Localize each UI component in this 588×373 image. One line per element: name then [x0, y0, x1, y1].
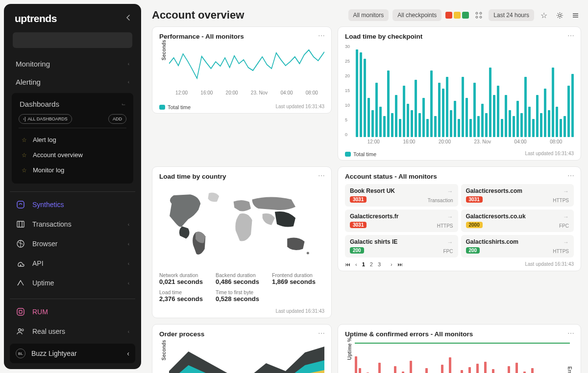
chevron-left-icon: ‹ [128, 222, 129, 227]
page-first-button[interactable]: ⏮ [345, 261, 350, 267]
nav-label: Real users [32, 327, 65, 335]
nav-uptime[interactable]: Uptime ‹ [10, 273, 135, 293]
card-title: Account status - All monitors [345, 173, 574, 180]
stat-value: 0,528 seconds [216, 295, 268, 303]
bar [395, 95, 397, 137]
nav-browser[interactable]: Browser ‹ [10, 234, 135, 254]
status-badge: 200 [350, 247, 364, 254]
bar [438, 83, 441, 137]
bar [477, 116, 480, 137]
bar [410, 361, 412, 373]
bar [371, 110, 374, 138]
card-menu-button[interactable]: ⋯ [318, 172, 325, 180]
transactions-icon [16, 219, 25, 229]
page-prev-button[interactable]: ‹ [355, 261, 357, 267]
svg-point-11 [559, 14, 561, 17]
sidebar-collapse-button[interactable] [124, 14, 132, 23]
bar [403, 86, 405, 137]
add-dashboard-button[interactable]: ADD [108, 114, 126, 124]
sidebar-item-label: Alert log [33, 136, 56, 143]
x-tick: 08:00 [306, 90, 318, 95]
bar [567, 86, 570, 137]
filter-checkpoints[interactable]: All checkpoints [392, 9, 441, 21]
nav-real-users[interactable]: Real users ‹ [10, 322, 135, 341]
status-tile[interactable]: Galacticresorts.co.uk→2000FPC [461, 210, 574, 232]
menu-alerting[interactable]: Alerting ‹ [10, 73, 135, 91]
stat: Load time2,376 seconds [159, 289, 212, 303]
page-number[interactable]: 1 [362, 261, 365, 267]
arrow-right-icon: → [563, 188, 569, 195]
stat: Time to first byte0,528 seconds [216, 289, 268, 303]
x-tick: 23. Nov [474, 139, 491, 144]
card-menu-button[interactable]: ⋯ [567, 329, 575, 337]
nav-label: Uptime [32, 279, 54, 287]
chevron-left-icon: ‹ [127, 350, 129, 357]
svg-point-7 [476, 12, 478, 14]
logo: uptrends [15, 13, 57, 24]
svg-point-12 [307, 252, 309, 254]
legend-label: Total time [353, 151, 376, 157]
card-menu-button[interactable]: ⋯ [567, 172, 575, 180]
status-tile[interactable]: Book Resort UK→3031Transaction [345, 184, 458, 207]
sidebar-item-account-overview[interactable]: ☆ Account overview [16, 147, 129, 163]
status-badge: 3031 [350, 222, 367, 228]
bar [360, 52, 362, 137]
sidebar-item-alert-log[interactable]: ☆ Alert log [16, 132, 129, 147]
bar [489, 68, 491, 137]
status-red-icon [445, 12, 452, 19]
bar [454, 101, 456, 137]
nav-api[interactable]: API ‹ [10, 254, 135, 273]
topbar: Account overview All monitors All checkp… [152, 9, 581, 22]
status-type: FPC [443, 249, 453, 254]
filter-monitors[interactable]: All monitors [348, 9, 389, 21]
legend-label: Total time [168, 104, 191, 110]
bar [560, 119, 562, 137]
bar [552, 68, 554, 137]
menu-button[interactable] [569, 9, 581, 21]
status-tile[interactable]: Galacticresorts.com→3031HTTPS [461, 184, 574, 207]
card-menu-button[interactable]: ⋯ [318, 329, 325, 337]
star-icon: ☆ [22, 167, 27, 174]
arrow-right-icon: → [447, 239, 453, 246]
nav-synthetics[interactable]: Synthetics [10, 195, 135, 214]
filter-timerange[interactable]: Last 24 hours [489, 9, 534, 21]
status-tile[interactable]: Galacticshirts.com→200HTTPS [461, 235, 574, 257]
page-number[interactable]: 2 [370, 261, 373, 267]
user-menu[interactable]: BL Buzz Lightyear ‹ [10, 344, 135, 363]
status-type: HTTPS [553, 249, 569, 254]
menu-dashboards[interactable]: Dashboards ⌙ [16, 98, 129, 110]
nav-transactions[interactable]: Transactions ‹ [10, 214, 135, 234]
page-next-button[interactable]: › [391, 261, 392, 267]
bar [422, 98, 425, 137]
expand-icon: ⌙ [122, 101, 125, 107]
bar [515, 363, 518, 373]
card-menu-button[interactable]: ⋯ [318, 32, 325, 40]
status-filter[interactable] [445, 12, 469, 19]
rum-icon [16, 307, 25, 317]
bar [418, 113, 421, 137]
sidebar-item-monitor-log[interactable]: ☆ Monitor log [16, 163, 129, 178]
world-map [159, 180, 324, 268]
favorite-button[interactable]: ☆ [538, 9, 550, 21]
stat-value: 1,869 seconds [272, 278, 324, 285]
page-number[interactable]: 3 [378, 261, 381, 267]
status-tile[interactable]: Galacticresorts.fr→3031HTTPS [345, 210, 458, 232]
y-axis-label: Seconds [161, 340, 167, 360]
users-icon [16, 326, 25, 336]
layout-button[interactable] [473, 9, 485, 21]
x-tick: 12:00 [368, 139, 380, 144]
menu-monitoring[interactable]: Monitoring ‹ [10, 55, 135, 73]
status-tile[interactable]: Galactic shirts IE→200FPC [345, 235, 458, 257]
y-axis-label: Seconds [161, 40, 167, 60]
stat-label: Network duration [159, 272, 212, 278]
nav-rum[interactable]: RUM [10, 302, 135, 322]
bar [441, 365, 443, 373]
svg-point-8 [480, 12, 482, 14]
all-dashboards-pill[interactable]: ›] ALL DASHBOARDS [19, 114, 72, 124]
search-input[interactable] [13, 32, 132, 48]
card-menu-button[interactable]: ⋯ [567, 32, 575, 40]
star-icon: ☆ [22, 137, 27, 143]
line-chart [169, 44, 324, 88]
page-last-button[interactable]: ⏭ [397, 261, 403, 267]
settings-button[interactable] [554, 9, 565, 21]
